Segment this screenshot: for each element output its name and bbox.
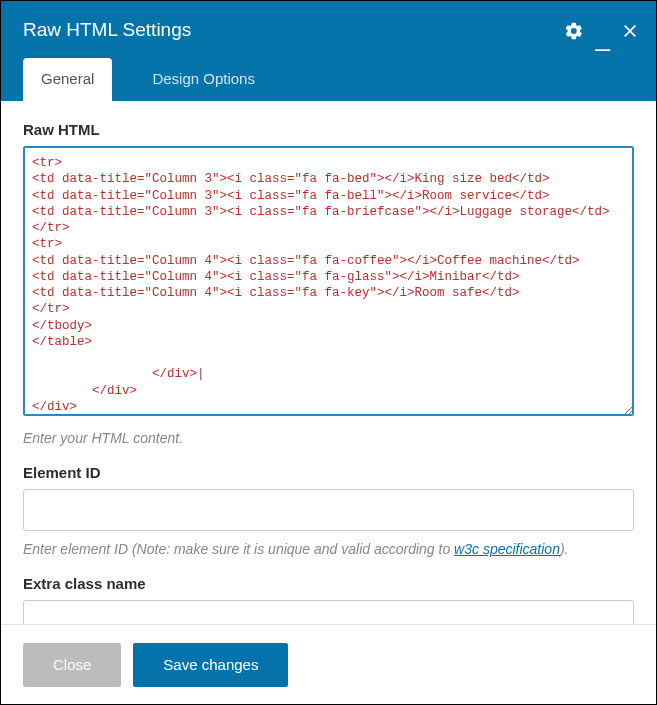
tab-general[interactable]: General (23, 58, 112, 101)
elementid-input[interactable] (23, 489, 634, 531)
rawhtml-label: Raw HTML (23, 121, 634, 138)
extraclass-input[interactable] (23, 600, 634, 624)
close-button[interactable]: Close (23, 643, 121, 687)
w3c-spec-link[interactable]: w3c specification (454, 541, 560, 557)
close-icon[interactable] (622, 23, 638, 39)
gear-icon[interactable] (564, 21, 584, 41)
dialog-title: Raw HTML Settings (1, 1, 656, 41)
tab-bar: General Design Options (23, 58, 273, 101)
dialog-header: Raw HTML Settings _ General Design Optio… (1, 1, 656, 101)
elementid-help-pre: Enter element ID (Note: make sure it is … (23, 541, 454, 557)
rawhtml-help: Enter your HTML content. (23, 430, 634, 446)
extraclass-label: Extra class name (23, 575, 634, 592)
elementid-help-post: ). (560, 541, 569, 557)
dialog-footer: Close Save changes (1, 624, 656, 704)
header-actions: _ (564, 21, 638, 41)
save-button[interactable]: Save changes (133, 643, 288, 687)
elementid-help: Enter element ID (Note: make sure it is … (23, 541, 634, 557)
tab-design-options[interactable]: Design Options (134, 58, 273, 101)
rawhtml-textarea[interactable] (23, 146, 634, 416)
dialog-body: Raw HTML Enter your HTML content. Elemen… (1, 101, 656, 624)
elementid-label: Element ID (23, 464, 634, 481)
minimize-icon[interactable]: _ (596, 32, 610, 42)
